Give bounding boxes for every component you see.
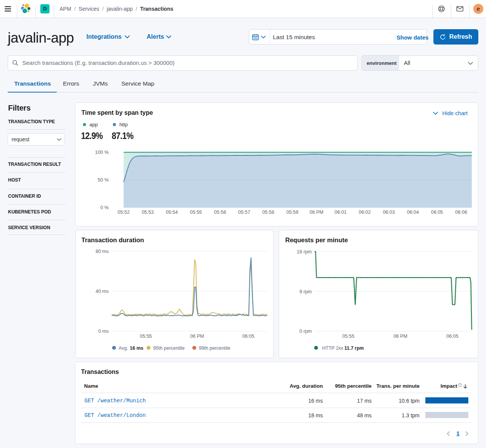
svg-text:?: ? <box>459 384 461 386</box>
svg-text:0 %: 0 % <box>100 205 109 210</box>
svg-text:18 rpm: 18 rpm <box>297 249 312 255</box>
svg-text:06:05: 06:05 <box>431 210 443 215</box>
svg-text:Avg.: Avg. <box>119 346 128 351</box>
svg-text:05:55: 05:55 <box>190 210 202 215</box>
svg-text:HTTP 2xx: HTTP 2xx <box>322 346 344 351</box>
svg-text:9 rpm: 9 rpm <box>299 289 312 294</box>
svg-text:05:59: 05:59 <box>286 210 298 215</box>
svg-text:06 PM: 06 PM <box>393 334 407 339</box>
svg-text:06:05: 06:05 <box>242 334 254 339</box>
svg-text:06 PM: 06 PM <box>309 210 323 215</box>
svg-text:40 ms: 40 ms <box>96 289 109 294</box>
svg-text:05:58: 05:58 <box>262 210 274 215</box>
svg-text:05:53: 05:53 <box>142 210 154 215</box>
svg-text:05:52: 05:52 <box>117 210 129 215</box>
svg-text:05:54: 05:54 <box>166 210 178 215</box>
svg-text:06:03: 06:03 <box>383 210 395 215</box>
svg-text:05:55: 05:55 <box>140 334 152 339</box>
svg-text:0 ms: 0 ms <box>98 329 109 334</box>
svg-text:05:55: 05:55 <box>342 334 354 339</box>
svg-text:50 %: 50 % <box>98 177 109 183</box>
svg-text:16 ms: 16 ms <box>130 346 143 351</box>
svg-text:06:01: 06:01 <box>335 210 347 215</box>
svg-text:06:02: 06:02 <box>359 210 370 215</box>
svg-text:80 ms: 80 ms <box>96 249 109 254</box>
svg-text:05:57: 05:57 <box>238 210 250 215</box>
svg-text:95th percentile: 95th percentile <box>153 346 185 351</box>
svg-text:0 rpm: 0 rpm <box>299 329 312 334</box>
svg-text:06:04: 06:04 <box>407 210 419 215</box>
svg-text:05:56: 05:56 <box>214 210 226 215</box>
svg-text:99th percentile: 99th percentile <box>199 346 230 351</box>
svg-text:100 %: 100 % <box>95 150 109 155</box>
svg-text:06:06: 06:06 <box>455 210 467 215</box>
svg-text:06 PM: 06 PM <box>190 334 204 339</box>
svg-text:06:05: 06:05 <box>446 334 458 339</box>
svg-text:11.7 rpm: 11.7 rpm <box>344 346 364 351</box>
